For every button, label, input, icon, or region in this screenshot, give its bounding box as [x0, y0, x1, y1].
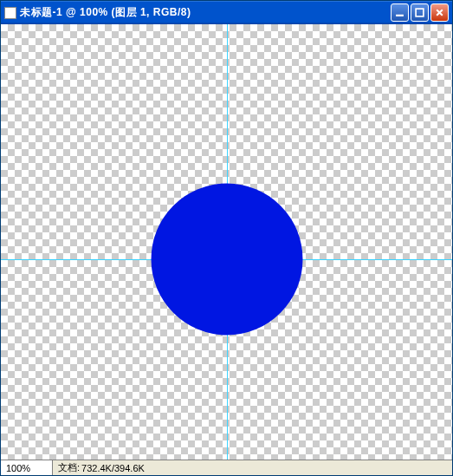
doc-label: 文档:: [58, 461, 80, 474]
window-controls: [391, 3, 449, 22]
document-info[interactable]: 文档: 732.4K/394.6K: [53, 461, 452, 474]
blue-circle-shape[interactable]: [151, 184, 302, 336]
window-title: 未标题-1 @ 100% (图层 1, RGB/8): [20, 5, 391, 20]
close-button[interactable]: [430, 3, 449, 22]
maximize-button[interactable]: [411, 3, 429, 22]
zoom-level[interactable]: 100%: [1, 460, 53, 475]
minimize-icon: [395, 8, 404, 17]
document-window: 未标题-1 @ 100% (图层 1, RGB/8) 100% 文档: 732.…: [0, 0, 453, 476]
titlebar[interactable]: 未标题-1 @ 100% (图层 1, RGB/8): [1, 1, 452, 24]
minimize-button[interactable]: [391, 3, 409, 22]
document-icon: [4, 7, 16, 19]
svg-rect-1: [416, 9, 424, 16]
close-icon: [435, 8, 444, 17]
canvas-area[interactable]: [1, 24, 452, 460]
svg-rect-0: [396, 15, 404, 16]
maximize-icon: [415, 8, 424, 17]
doc-size: 732.4K/394.6K: [81, 463, 145, 473]
statusbar: 100% 文档: 732.4K/394.6K: [1, 460, 452, 475]
